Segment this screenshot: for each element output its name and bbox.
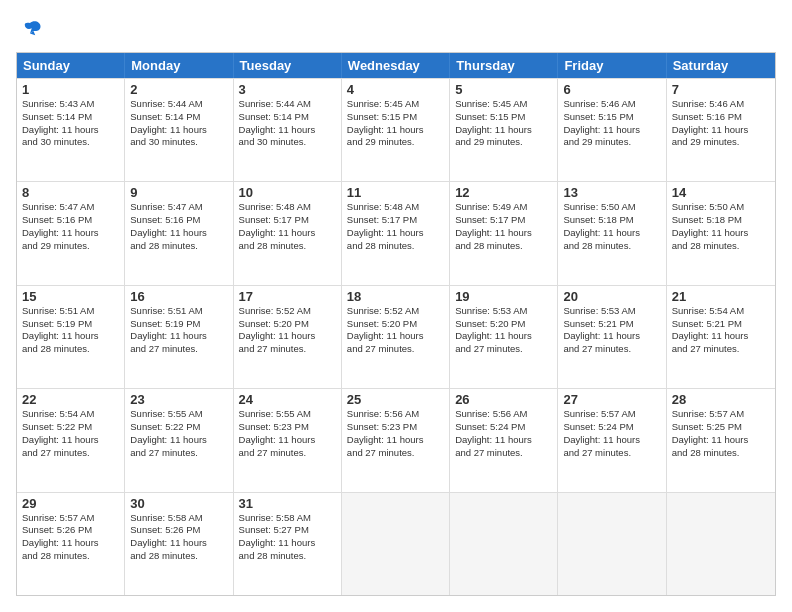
day-number: 3 [239, 82, 336, 97]
calendar-cell: 1Sunrise: 5:43 AM Sunset: 5:14 PM Daylig… [17, 79, 125, 181]
calendar-cell: 20Sunrise: 5:53 AM Sunset: 5:21 PM Dayli… [558, 286, 666, 388]
day-info: Sunrise: 5:47 AM Sunset: 5:16 PM Dayligh… [22, 201, 119, 252]
day-number: 1 [22, 82, 119, 97]
weekday-header-monday: Monday [125, 53, 233, 78]
calendar-cell: 15Sunrise: 5:51 AM Sunset: 5:19 PM Dayli… [17, 286, 125, 388]
calendar-cell: 9Sunrise: 5:47 AM Sunset: 5:16 PM Daylig… [125, 182, 233, 284]
day-number: 26 [455, 392, 552, 407]
day-number: 19 [455, 289, 552, 304]
day-info: Sunrise: 5:45 AM Sunset: 5:15 PM Dayligh… [347, 98, 444, 149]
day-info: Sunrise: 5:45 AM Sunset: 5:15 PM Dayligh… [455, 98, 552, 149]
day-number: 20 [563, 289, 660, 304]
day-number: 13 [563, 185, 660, 200]
calendar-cell: 14Sunrise: 5:50 AM Sunset: 5:18 PM Dayli… [667, 182, 775, 284]
day-info: Sunrise: 5:56 AM Sunset: 5:24 PM Dayligh… [455, 408, 552, 459]
day-number: 15 [22, 289, 119, 304]
day-number: 31 [239, 496, 336, 511]
day-info: Sunrise: 5:53 AM Sunset: 5:20 PM Dayligh… [455, 305, 552, 356]
weekday-header-thursday: Thursday [450, 53, 558, 78]
calendar-cell: 10Sunrise: 5:48 AM Sunset: 5:17 PM Dayli… [234, 182, 342, 284]
day-info: Sunrise: 5:46 AM Sunset: 5:15 PM Dayligh… [563, 98, 660, 149]
day-number: 2 [130, 82, 227, 97]
calendar-cell: 27Sunrise: 5:57 AM Sunset: 5:24 PM Dayli… [558, 389, 666, 491]
day-number: 10 [239, 185, 336, 200]
day-number: 27 [563, 392, 660, 407]
day-info: Sunrise: 5:47 AM Sunset: 5:16 PM Dayligh… [130, 201, 227, 252]
day-number: 6 [563, 82, 660, 97]
day-number: 30 [130, 496, 227, 511]
day-info: Sunrise: 5:58 AM Sunset: 5:27 PM Dayligh… [239, 512, 336, 563]
day-number: 23 [130, 392, 227, 407]
day-info: Sunrise: 5:53 AM Sunset: 5:21 PM Dayligh… [563, 305, 660, 356]
calendar-cell: 18Sunrise: 5:52 AM Sunset: 5:20 PM Dayli… [342, 286, 450, 388]
calendar-cell: 12Sunrise: 5:49 AM Sunset: 5:17 PM Dayli… [450, 182, 558, 284]
calendar-cell: 16Sunrise: 5:51 AM Sunset: 5:19 PM Dayli… [125, 286, 233, 388]
day-info: Sunrise: 5:57 AM Sunset: 5:25 PM Dayligh… [672, 408, 770, 459]
day-number: 5 [455, 82, 552, 97]
day-number: 14 [672, 185, 770, 200]
day-info: Sunrise: 5:56 AM Sunset: 5:23 PM Dayligh… [347, 408, 444, 459]
calendar-cell: 19Sunrise: 5:53 AM Sunset: 5:20 PM Dayli… [450, 286, 558, 388]
day-info: Sunrise: 5:51 AM Sunset: 5:19 PM Dayligh… [22, 305, 119, 356]
calendar-cell: 25Sunrise: 5:56 AM Sunset: 5:23 PM Dayli… [342, 389, 450, 491]
day-number: 28 [672, 392, 770, 407]
logo [16, 16, 48, 44]
calendar-cell [342, 493, 450, 595]
day-info: Sunrise: 5:54 AM Sunset: 5:21 PM Dayligh… [672, 305, 770, 356]
day-info: Sunrise: 5:55 AM Sunset: 5:23 PM Dayligh… [239, 408, 336, 459]
calendar-week-4: 22Sunrise: 5:54 AM Sunset: 5:22 PM Dayli… [17, 388, 775, 491]
calendar-cell: 30Sunrise: 5:58 AM Sunset: 5:26 PM Dayli… [125, 493, 233, 595]
day-info: Sunrise: 5:57 AM Sunset: 5:24 PM Dayligh… [563, 408, 660, 459]
calendar-cell: 4Sunrise: 5:45 AM Sunset: 5:15 PM Daylig… [342, 79, 450, 181]
calendar-cell [558, 493, 666, 595]
calendar-cell: 3Sunrise: 5:44 AM Sunset: 5:14 PM Daylig… [234, 79, 342, 181]
calendar-cell: 22Sunrise: 5:54 AM Sunset: 5:22 PM Dayli… [17, 389, 125, 491]
calendar-page: SundayMondayTuesdayWednesdayThursdayFrid… [0, 0, 792, 612]
calendar-body: 1Sunrise: 5:43 AM Sunset: 5:14 PM Daylig… [17, 78, 775, 595]
day-number: 8 [22, 185, 119, 200]
calendar-cell: 5Sunrise: 5:45 AM Sunset: 5:15 PM Daylig… [450, 79, 558, 181]
calendar-cell [667, 493, 775, 595]
day-info: Sunrise: 5:55 AM Sunset: 5:22 PM Dayligh… [130, 408, 227, 459]
day-info: Sunrise: 5:51 AM Sunset: 5:19 PM Dayligh… [130, 305, 227, 356]
day-info: Sunrise: 5:58 AM Sunset: 5:26 PM Dayligh… [130, 512, 227, 563]
day-info: Sunrise: 5:49 AM Sunset: 5:17 PM Dayligh… [455, 201, 552, 252]
calendar-week-1: 1Sunrise: 5:43 AM Sunset: 5:14 PM Daylig… [17, 78, 775, 181]
day-info: Sunrise: 5:54 AM Sunset: 5:22 PM Dayligh… [22, 408, 119, 459]
weekday-header-wednesday: Wednesday [342, 53, 450, 78]
day-number: 22 [22, 392, 119, 407]
calendar-cell: 7Sunrise: 5:46 AM Sunset: 5:16 PM Daylig… [667, 79, 775, 181]
weekday-header-sunday: Sunday [17, 53, 125, 78]
calendar-week-2: 8Sunrise: 5:47 AM Sunset: 5:16 PM Daylig… [17, 181, 775, 284]
calendar-week-3: 15Sunrise: 5:51 AM Sunset: 5:19 PM Dayli… [17, 285, 775, 388]
calendar-cell: 24Sunrise: 5:55 AM Sunset: 5:23 PM Dayli… [234, 389, 342, 491]
calendar-cell: 11Sunrise: 5:48 AM Sunset: 5:17 PM Dayli… [342, 182, 450, 284]
day-number: 25 [347, 392, 444, 407]
calendar-cell: 26Sunrise: 5:56 AM Sunset: 5:24 PM Dayli… [450, 389, 558, 491]
calendar-cell: 17Sunrise: 5:52 AM Sunset: 5:20 PM Dayli… [234, 286, 342, 388]
day-number: 17 [239, 289, 336, 304]
calendar-cell: 28Sunrise: 5:57 AM Sunset: 5:25 PM Dayli… [667, 389, 775, 491]
calendar-cell: 21Sunrise: 5:54 AM Sunset: 5:21 PM Dayli… [667, 286, 775, 388]
calendar: SundayMondayTuesdayWednesdayThursdayFrid… [16, 52, 776, 596]
day-info: Sunrise: 5:44 AM Sunset: 5:14 PM Dayligh… [130, 98, 227, 149]
day-number: 29 [22, 496, 119, 511]
calendar-cell: 2Sunrise: 5:44 AM Sunset: 5:14 PM Daylig… [125, 79, 233, 181]
weekday-header-friday: Friday [558, 53, 666, 78]
day-number: 9 [130, 185, 227, 200]
day-number: 4 [347, 82, 444, 97]
calendar-cell: 6Sunrise: 5:46 AM Sunset: 5:15 PM Daylig… [558, 79, 666, 181]
calendar-header: SundayMondayTuesdayWednesdayThursdayFrid… [17, 53, 775, 78]
day-info: Sunrise: 5:52 AM Sunset: 5:20 PM Dayligh… [347, 305, 444, 356]
day-info: Sunrise: 5:57 AM Sunset: 5:26 PM Dayligh… [22, 512, 119, 563]
calendar-cell: 31Sunrise: 5:58 AM Sunset: 5:27 PM Dayli… [234, 493, 342, 595]
calendar-cell: 13Sunrise: 5:50 AM Sunset: 5:18 PM Dayli… [558, 182, 666, 284]
day-info: Sunrise: 5:52 AM Sunset: 5:20 PM Dayligh… [239, 305, 336, 356]
calendar-cell: 23Sunrise: 5:55 AM Sunset: 5:22 PM Dayli… [125, 389, 233, 491]
calendar-cell [450, 493, 558, 595]
calendar-week-5: 29Sunrise: 5:57 AM Sunset: 5:26 PM Dayli… [17, 492, 775, 595]
day-number: 7 [672, 82, 770, 97]
day-info: Sunrise: 5:48 AM Sunset: 5:17 PM Dayligh… [347, 201, 444, 252]
weekday-header-tuesday: Tuesday [234, 53, 342, 78]
day-number: 24 [239, 392, 336, 407]
